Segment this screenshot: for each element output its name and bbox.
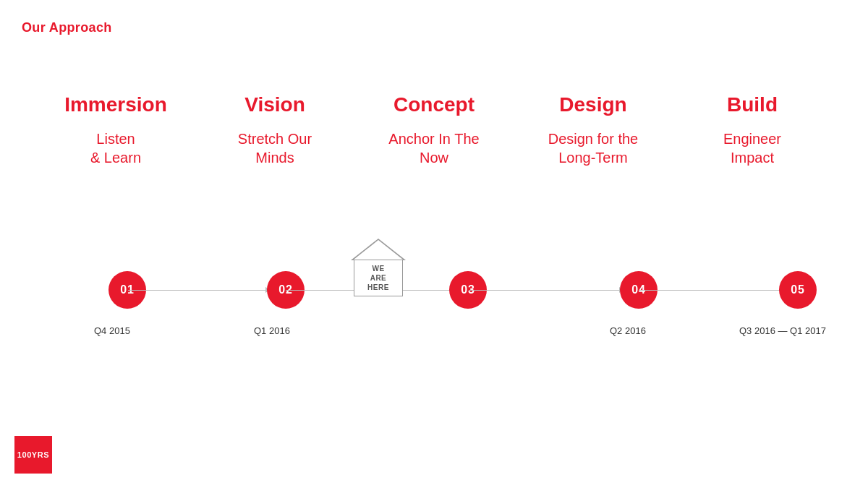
timeline-inner: 01 Q4 2015 02 Q1 2016 WEAREHERE 03: [69, 260, 799, 325]
phase-build-subtitle: EngineerImpact: [723, 129, 781, 167]
phase-immersion-subtitle: Listen& Learn: [90, 129, 141, 167]
timeline-date-2: Q1 2016: [254, 325, 290, 336]
connector-4-5: [639, 290, 784, 291]
phase-vision-subtitle: Stretch OurMinds: [238, 129, 312, 167]
phase-concept-subtitle: Anchor In TheNow: [388, 129, 479, 167]
we-are-here-text: WEAREHERE: [367, 264, 389, 292]
phase-concept: Concept Anchor In TheNow: [369, 94, 499, 167]
timeline-node-we-are-here: WEAREHERE: [351, 239, 406, 296]
phase-design-title: Design: [559, 94, 626, 116]
connector-3-4: [469, 290, 621, 291]
phase-vision-title: Vision: [244, 94, 305, 116]
phase-build-title: Build: [727, 94, 778, 116]
timeline-date-5: Q3 2016 — Q1 2017: [739, 325, 826, 336]
timeline-node-5: 05 Q3 2016 — Q1 2017: [779, 271, 817, 309]
house-body: WEAREHERE: [354, 260, 403, 296]
timeline-date-4: Q2 2016: [610, 325, 646, 336]
phase-immersion-title: Immersion: [64, 94, 167, 116]
house-arrow: [351, 239, 406, 260]
phase-concept-title: Concept: [393, 94, 475, 116]
timeline-date-1: Q4 2015: [94, 325, 130, 336]
page-title: Our Approach: [22, 20, 112, 35]
logo: 100YRS: [14, 436, 52, 474]
phases-row: Immersion Listen& Learn Vision Stretch O…: [0, 94, 868, 167]
phase-build: Build EngineerImpact: [687, 94, 817, 167]
phase-badge-5: 05: [779, 271, 817, 309]
phase-design-subtitle: Design for theLong-Term: [548, 129, 639, 167]
house-icon: WEAREHERE: [351, 239, 406, 296]
timeline-row: 01 Q4 2015 02 Q1 2016 WEAREHERE 03: [0, 260, 868, 325]
phase-vision: Vision Stretch OurMinds: [210, 94, 340, 167]
phase-immersion: Immersion Listen& Learn: [51, 94, 181, 167]
phase-design: Design Design for theLong-Term: [528, 94, 658, 167]
connector-1-2: [128, 290, 267, 291]
